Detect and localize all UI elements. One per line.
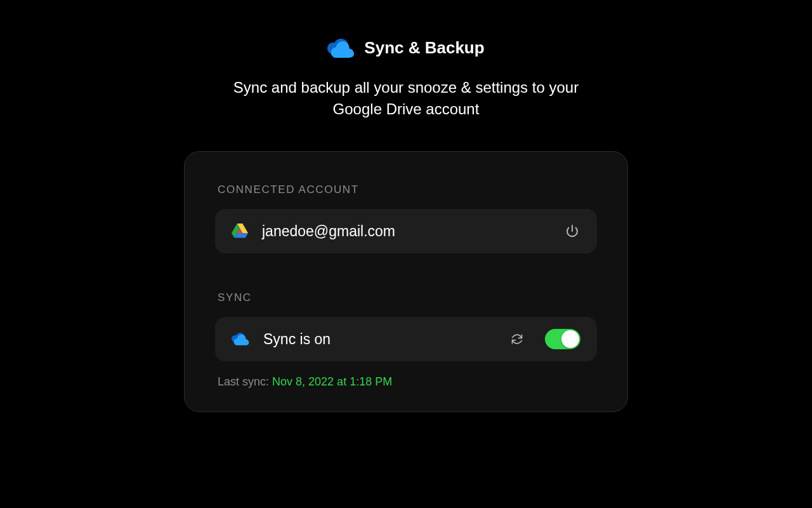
page-root: Sync & Backup Sync and backup all your s…: [0, 0, 812, 508]
last-sync: Last sync: Nov 8, 2022 at 1:18 PM: [218, 375, 597, 389]
connected-account-row[interactable]: janedoe@gmail.com: [215, 209, 597, 253]
disconnect-button[interactable]: [564, 223, 580, 239]
page-title: Sync & Backup: [364, 38, 484, 58]
cloud-icon: [327, 39, 355, 58]
sync-now-button[interactable]: [509, 331, 525, 347]
connected-account-label: CONNECTED ACCOUNT: [218, 184, 597, 196]
sync-toggle[interactable]: [545, 329, 580, 349]
account-email: janedoe@gmail.com: [262, 223, 550, 240]
cloud-icon: [232, 333, 249, 345]
power-icon: [565, 224, 580, 239]
settings-card: CONNECTED ACCOUNT janedoe@gmail.com SYNC: [184, 151, 628, 412]
sync-row: Sync is on: [215, 317, 597, 361]
last-sync-time: Nov 8, 2022 at 1:18 PM: [272, 375, 392, 388]
last-sync-label: Last sync:: [218, 375, 272, 388]
refresh-icon: [511, 333, 523, 345]
sync-status-text: Sync is on: [263, 331, 495, 348]
page-header: Sync & Backup: [327, 38, 484, 58]
google-drive-icon: [232, 224, 248, 239]
page-subtitle: Sync and backup all your snooze & settin…: [228, 77, 584, 119]
sync-label: SYNC: [218, 291, 597, 304]
toggle-knob: [561, 330, 579, 348]
